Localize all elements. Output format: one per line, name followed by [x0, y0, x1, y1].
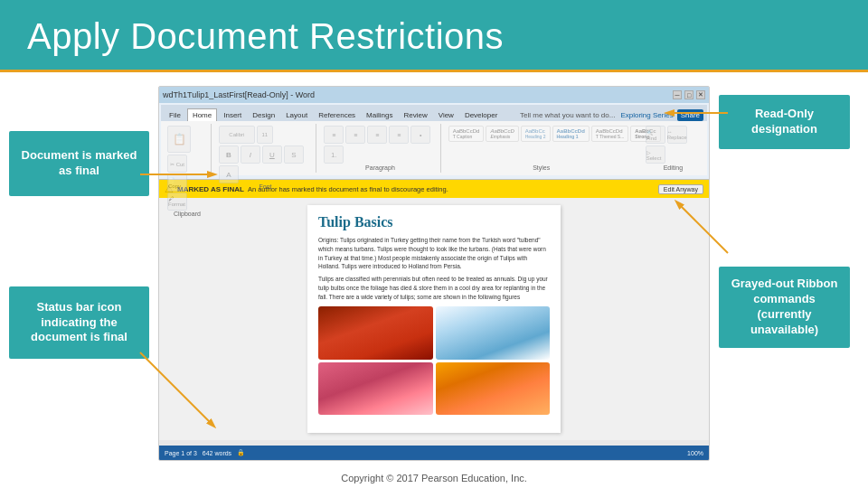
style-caption[interactable]: AaBbCcDdT Caption	[448, 126, 485, 142]
tulip-image-3	[318, 362, 433, 416]
ribbon-group-paragraph: ≡ ≡ ≡ ≡ • 1. Paragraph	[320, 124, 440, 173]
slide-title: Apply Document Restrictions	[27, 16, 504, 57]
font-color-btn[interactable]: A	[219, 165, 239, 183]
paragraph-icons: ≡ ≡ ≡ ≡ • 1.	[324, 126, 436, 164]
strikethrough-btn[interactable]: S	[284, 145, 304, 164]
tulip-images-grid	[318, 306, 550, 415]
styles-box: AaBbCcDdT Caption AaBbCcDEmphasis AaBbCc…	[448, 126, 635, 142]
paragraph-1: Origins: Tulips originated in Turkey get…	[318, 236, 550, 271]
replace-btn[interactable]: ↔ Replace	[667, 126, 687, 144]
window-title: wdTh1Tulip1_LastFirst[Read-Only] - Word	[163, 90, 315, 99]
bullets-btn[interactable]: •	[410, 126, 430, 144]
align-left-btn[interactable]: ≡	[324, 126, 344, 144]
styles-label: Styles	[448, 164, 635, 171]
find-btn[interactable]: 🔍 Find	[646, 126, 665, 144]
word-window: wdTh1Tulip1_LastFirst[Read-Only] - Word …	[158, 86, 710, 461]
format-painter-btn[interactable]: 🖌 Format	[167, 192, 187, 211]
exploring-series: Exploring Series	[618, 109, 675, 121]
tab-layout[interactable]: Layout	[281, 109, 312, 121]
close-btn[interactable]: ✕	[696, 90, 705, 99]
font-icons: Calibri 11	[219, 126, 312, 144]
word-statusbar: Page 1 of 3 642 words 🔒 100%	[159, 446, 709, 460]
align-center-btn[interactable]: ≡	[345, 126, 365, 144]
word-ribbon: File Home Insert Design Layout Reference…	[159, 103, 709, 180]
tab-design[interactable]: Design	[248, 109, 279, 121]
editing-label: Editing	[646, 164, 701, 171]
style-emphasis[interactable]: AaBbCcDEmphasis	[486, 126, 518, 142]
document-title: Tulip Basics	[318, 214, 550, 230]
footer: Copyright © 2017 Pearson Education, Inc.	[0, 473, 868, 483]
label-grayed-ribbon: Grayed-out Ribbon commands (currently un…	[719, 267, 850, 348]
copy-btn[interactable]: 📄 Copy	[167, 174, 187, 192]
tab-insert[interactable]: Insert	[219, 109, 246, 121]
label-read-only: Read-Only designation	[719, 95, 850, 149]
numbering-btn[interactable]: 1.	[324, 145, 344, 164]
zoom-level: 100%	[687, 450, 703, 456]
tab-references[interactable]: References	[314, 109, 360, 121]
label-status-bar-icon: Status bar icon indicating the document …	[9, 286, 149, 359]
search-box[interactable]: Tell me what you want to do...	[518, 109, 617, 121]
slide-header: Apply Document Restrictions	[0, 0, 868, 72]
word-body: Tulip Basics Origins: Tulips originated …	[159, 198, 709, 440]
marked-status-icon: 🔒	[237, 449, 245, 456]
right-labels: Read-Only designation Grayed-out Ribbon …	[719, 86, 859, 483]
page-info: Page 1 of 3	[165, 450, 197, 456]
tab-review[interactable]: Review	[399, 109, 431, 121]
minimize-btn[interactable]: ─	[673, 90, 682, 99]
word-titlebar: wdTh1Tulip1_LastFirst[Read-Only] - Word …	[159, 87, 709, 103]
ribbon-group-clipboard: 📋 ✂ Cut 📄 Copy 🖌 Format Clipboard	[164, 124, 212, 173]
marked-icon-symbol: 🔒	[237, 449, 245, 456]
label-document-marked-final: Document is marked as final	[9, 131, 149, 196]
window-controls: ─ □ ✕	[673, 90, 705, 99]
tulip-image-1	[318, 306, 433, 360]
main-content: Document is marked as final Status bar i…	[0, 72, 868, 488]
cut-btn[interactable]: ✂ Cut	[167, 155, 187, 173]
tab-mailings[interactable]: Mailings	[362, 109, 397, 121]
tab-developer[interactable]: Developer	[460, 109, 502, 121]
font-name[interactable]: Calibri	[219, 126, 255, 144]
ribbon-group-styles: AaBbCcDdT Caption AaBbCcDEmphasis AaBbCc…	[445, 124, 638, 173]
clipboard-label: Clipboard	[167, 211, 207, 217]
tab-home[interactable]: Home	[187, 108, 217, 121]
font-label: Font	[219, 183, 312, 190]
italic-btn[interactable]: I	[241, 145, 260, 164]
left-labels: Document is marked as final Status bar i…	[9, 86, 149, 483]
ribbon-group-font: Calibri 11 B I U S A Font	[215, 124, 316, 173]
word-page: Tulip Basics Origins: Tulips originated …	[307, 205, 561, 433]
edit-anyway-btn[interactable]: Edit Anyway	[658, 184, 703, 194]
ribbon-tabs: File Home Insert Design Layout Reference…	[161, 105, 707, 121]
align-right-btn[interactable]: ≡	[367, 126, 387, 144]
ribbon-content: 📋 ✂ Cut 📄 Copy 🖌 Format Clipboard Calibr…	[161, 121, 707, 175]
tulip-image-2	[436, 306, 551, 360]
font-format-icons: B I U S A	[219, 145, 312, 183]
style-themed[interactable]: AaBbCcDdT Themed S...	[591, 126, 629, 142]
ribbon-group-editing: 🔍 Find ↔ Replace ▷ Select Editing	[642, 124, 704, 173]
style-heading1[interactable]: AaBbCcDdHeading 1	[552, 126, 590, 142]
paragraph-2: Tulips are classified with perennials bu…	[318, 275, 550, 301]
paste-btn[interactable]: 📋	[167, 126, 191, 153]
style-heading2[interactable]: AaBbCcHeading 2	[521, 126, 551, 142]
justify-btn[interactable]: ≡	[389, 126, 409, 144]
restore-btn[interactable]: □	[684, 90, 693, 99]
editing-icons: 🔍 Find ↔ Replace ▷ Select	[646, 126, 701, 164]
tab-file[interactable]: File	[165, 109, 185, 121]
tab-view[interactable]: View	[434, 109, 458, 121]
share-btn[interactable]: Share	[677, 109, 703, 121]
word-count: 642 words	[203, 450, 231, 456]
underline-btn[interactable]: U	[262, 145, 282, 164]
font-size[interactable]: 11	[257, 126, 273, 144]
clipboard-icons: 📋 ✂ Cut 📄 Copy 🖌 Format	[167, 126, 207, 211]
copyright-text: Copyright © 2017 Pearson Education, Inc.	[341, 473, 527, 483]
paragraph-label: Paragraph	[324, 164, 436, 171]
select-btn[interactable]: ▷ Select	[646, 145, 665, 164]
bold-btn[interactable]: B	[219, 145, 239, 164]
tulip-image-4	[436, 362, 551, 416]
